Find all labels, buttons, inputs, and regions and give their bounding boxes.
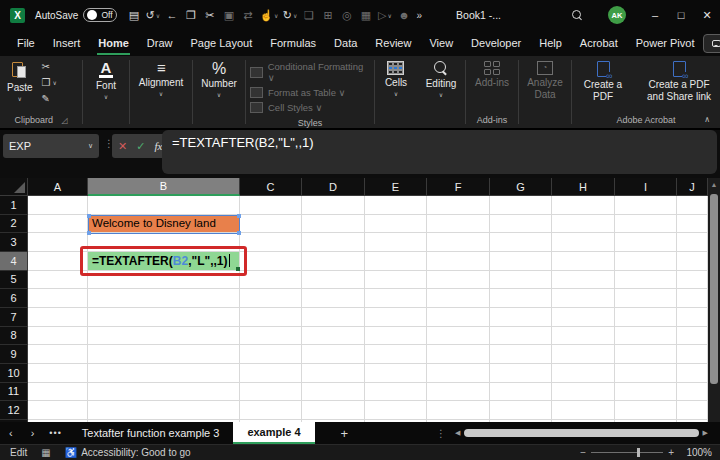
maximize-button[interactable]: □	[668, 0, 694, 30]
add-sheet-button[interactable]: +	[315, 426, 375, 441]
sheet-tab-textafter-function-example-3[interactable]: Textafter function example 3	[68, 422, 234, 444]
cell-A5[interactable]	[28, 271, 88, 290]
cell-D7[interactable]	[302, 308, 365, 327]
cell-C4[interactable]	[240, 252, 302, 271]
cell-B9[interactable]	[88, 345, 240, 364]
cell-J1[interactable]	[677, 196, 708, 215]
cell-E3[interactable]	[365, 233, 427, 252]
cell-F11[interactable]	[427, 383, 490, 402]
cell-A6[interactable]	[28, 289, 88, 308]
format-painter-button[interactable]: ✎	[42, 92, 57, 105]
row-header-5[interactable]: 5	[0, 271, 28, 290]
undo-icon[interactable]: ↺∨	[144, 5, 161, 25]
column-header-J[interactable]: J	[677, 178, 708, 196]
cell-C5[interactable]	[240, 271, 302, 290]
excel-logo-icon[interactable]: X	[10, 8, 25, 23]
row-header-12[interactable]: 12	[0, 401, 28, 420]
cell-E9[interactable]	[365, 345, 427, 364]
cell-D9[interactable]	[302, 345, 365, 364]
column-header-B[interactable]: B	[88, 178, 240, 196]
cell-H2[interactable]	[552, 215, 615, 234]
number-menu-button[interactable]: % Number ∨	[194, 56, 244, 98]
cell-H11[interactable]	[552, 383, 615, 402]
cell-D3[interactable]	[302, 233, 365, 252]
cell-A2[interactable]	[28, 215, 88, 234]
cell-H7[interactable]	[552, 308, 615, 327]
zoom-in-button[interactable]: +	[668, 447, 674, 458]
cell-E11[interactable]	[365, 383, 427, 402]
cell-G5[interactable]	[490, 271, 552, 290]
cell-D1[interactable]	[302, 196, 365, 215]
tab-view[interactable]: View	[420, 30, 462, 56]
cell-C12[interactable]	[240, 401, 302, 420]
cell-F6[interactable]	[427, 289, 490, 308]
cell-B12[interactable]	[88, 401, 240, 420]
scroll-left-icon[interactable]: ◀	[455, 429, 460, 437]
cell-I10[interactable]	[615, 364, 677, 383]
column-header-I[interactable]: I	[615, 178, 677, 196]
cell-H8[interactable]	[552, 327, 615, 346]
formula-input[interactable]: =TEXTAFTER(B2,"L",,1)	[162, 130, 717, 174]
cell-H1[interactable]	[552, 196, 615, 215]
row-header-8[interactable]: 8	[0, 327, 28, 346]
avatar[interactable]: AK	[608, 6, 626, 24]
cell-G8[interactable]	[490, 327, 552, 346]
sheet-nav-left-icon[interactable]: ‹	[0, 427, 22, 439]
cell-B2[interactable]: Welcome to Disney land	[88, 215, 240, 234]
cell-C6[interactable]	[240, 289, 302, 308]
cell-I7[interactable]	[615, 308, 677, 327]
cell-H9[interactable]	[552, 345, 615, 364]
cell-F10[interactable]	[427, 364, 490, 383]
cell-I4[interactable]	[615, 252, 677, 271]
cell-I3[interactable]	[615, 233, 677, 252]
cancel-icon[interactable]: ✕	[118, 140, 127, 153]
cell-J8[interactable]	[677, 327, 708, 346]
cell-G4[interactable]	[490, 252, 552, 271]
create-pdf-button[interactable]: Create a PDF	[574, 56, 632, 102]
row-header-6[interactable]: 6	[0, 289, 28, 308]
alignment-menu-button[interactable]: ≡ Alignment ∨	[132, 56, 190, 97]
copy-button[interactable]: ❐∨	[42, 76, 57, 89]
cell-A10[interactable]	[28, 364, 88, 383]
cell-G2[interactable]	[490, 215, 552, 234]
cell-F12[interactable]	[427, 401, 490, 420]
zoom-slider-thumb[interactable]	[637, 448, 640, 457]
enter-icon[interactable]: ✓	[136, 140, 145, 153]
horizontal-scrollbar[interactable]: ◀ ▶	[455, 428, 708, 438]
cell-F2[interactable]	[427, 215, 490, 234]
tab-acrobat[interactable]: Acrobat	[571, 30, 627, 56]
cell-J4[interactable]	[677, 252, 708, 271]
cell-J12[interactable]	[677, 401, 708, 420]
cell-D2[interactable]	[302, 215, 365, 234]
cell-A8[interactable]	[28, 327, 88, 346]
cell-E12[interactable]	[365, 401, 427, 420]
cells-menu-button[interactable]: Cells ∨	[378, 56, 414, 97]
accessibility-status[interactable]: ♿ Accessibility: Good to go	[65, 447, 191, 458]
cell-H5[interactable]	[552, 271, 615, 290]
cell-B11[interactable]	[88, 383, 240, 402]
cell-E10[interactable]	[365, 364, 427, 383]
close-button[interactable]: ✕	[694, 0, 720, 30]
sheet-list-icon[interactable]: •••	[43, 428, 67, 438]
tab-page-layout[interactable]: Page Layout	[181, 30, 261, 56]
column-header-A[interactable]: A	[28, 178, 88, 196]
cell-C2[interactable]	[240, 215, 302, 234]
touch-mode-icon[interactable]: ☝∨	[258, 5, 279, 25]
row-header-11[interactable]: 11	[0, 383, 28, 402]
tab-draw[interactable]: Draw	[138, 30, 182, 56]
cell-C1[interactable]	[240, 196, 302, 215]
cell-A12[interactable]	[28, 401, 88, 420]
cell-E2[interactable]	[365, 215, 427, 234]
cut-button[interactable]: ✂	[42, 60, 57, 73]
cell-C9[interactable]	[240, 345, 302, 364]
cell-C10[interactable]	[240, 364, 302, 383]
tab-data[interactable]: Data	[325, 30, 366, 56]
tab-formulas[interactable]: Formulas	[261, 30, 325, 56]
cell-J7[interactable]	[677, 308, 708, 327]
vertical-scroll-thumb[interactable]	[710, 194, 718, 384]
cell-I1[interactable]	[615, 196, 677, 215]
create-pdf-share-button[interactable]: Create a PDF and Share link	[640, 56, 718, 102]
cell-A11[interactable]	[28, 383, 88, 402]
cell-G6[interactable]	[490, 289, 552, 308]
cell-B4[interactable]: =TEXTAFTER(B2,"L",,1)	[88, 252, 240, 271]
